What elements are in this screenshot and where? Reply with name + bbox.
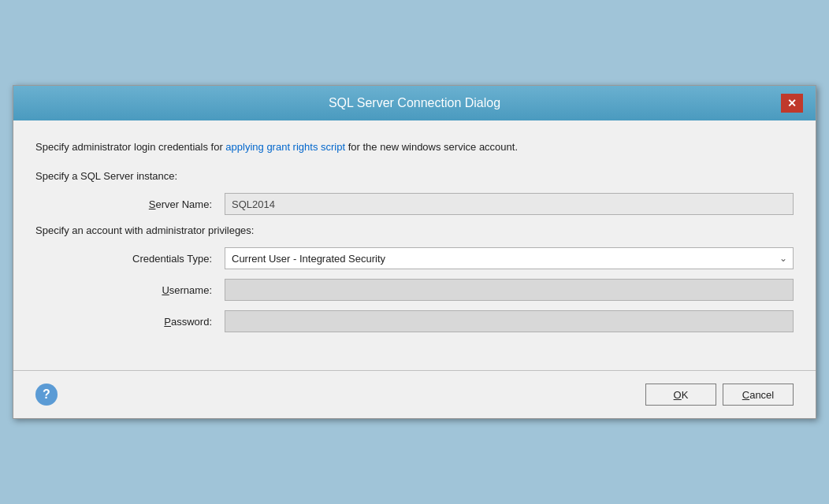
- credentials-type-wrapper: Current User - Integrated Security SQL S…: [225, 247, 794, 269]
- credentials-type-select[interactable]: Current User - Integrated Security SQL S…: [225, 247, 794, 269]
- credentials-section: Specify an account with administrator pr…: [35, 224, 794, 332]
- username-label: Username:: [67, 284, 225, 296]
- password-row: Password:: [35, 310, 794, 332]
- footer-buttons: OK Cancel: [645, 384, 794, 406]
- footer: ? OK Cancel: [13, 384, 816, 418]
- description-text: Specify administrator login credentials …: [35, 139, 794, 155]
- sql-connection-dialog: SQL Server Connection Dialog ✕ Specify a…: [13, 85, 816, 420]
- server-name-label: Server Name:: [67, 198, 225, 210]
- divider: [13, 370, 816, 371]
- credentials-type-label: Credentials Type:: [67, 253, 225, 265]
- help-button[interactable]: ?: [35, 384, 58, 406]
- highlight-text: applying grant rights script: [225, 141, 345, 153]
- dialog-body: Specify administrator login credentials …: [13, 120, 816, 355]
- credentials-type-row: Credentials Type: Current User - Integra…: [35, 247, 794, 269]
- password-input[interactable]: [225, 310, 794, 332]
- credentials-section-label: Specify an account with administrator pr…: [35, 224, 794, 236]
- close-button[interactable]: ✕: [781, 94, 803, 113]
- ok-button[interactable]: OK: [645, 384, 716, 406]
- username-input[interactable]: [225, 279, 794, 301]
- title-bar: SQL Server Connection Dialog ✕: [13, 86, 816, 120]
- password-label: Password:: [67, 316, 225, 328]
- username-row: Username:: [35, 279, 794, 301]
- server-name-input[interactable]: [225, 193, 794, 215]
- server-name-row: Server Name:: [35, 193, 794, 215]
- dialog-title: SQL Server Connection Dialog: [48, 96, 781, 110]
- cancel-button[interactable]: Cancel: [723, 384, 794, 406]
- sql-instance-label: Specify a SQL Server instance:: [35, 170, 794, 182]
